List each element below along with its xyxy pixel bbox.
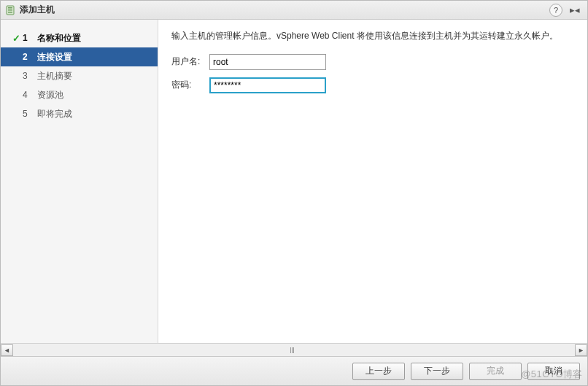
main-panel: 输入主机的管理帐户信息。vSphere Web Client 将使用该信息连接到… — [158, 20, 587, 343]
step-label: 主机摘要 — [33, 70, 72, 82]
dialog-body: ✓ 1 名称和位置 2 连接设置 3 主机摘要 4 资源池 5 — [1, 20, 587, 343]
wizard-step-host-summary: 3 主机摘要 — [1, 66, 158, 85]
scroll-grip-icon — [288, 346, 295, 355]
step-label: 名称和位置 — [33, 32, 81, 45]
host-icon — [5, 5, 15, 15]
back-button[interactable]: 上一步 — [352, 363, 405, 380]
wizard-step-name-location[interactable]: ✓ 1 名称和位置 — [1, 28, 158, 47]
svg-rect-3 — [8, 12, 12, 13]
step-label: 即将完成 — [33, 108, 72, 120]
add-host-dialog: 添加主机 ? ▸◂ ✓ 1 名称和位置 2 连接设置 3 主机摘要 — [0, 0, 588, 386]
instruction-text: 输入主机的管理帐户信息。vSphere Web Client 将使用该信息连接到… — [171, 30, 574, 42]
wizard-step-ready-to-complete: 5 即将完成 — [1, 104, 158, 123]
step-number: 1 — [23, 33, 33, 43]
next-button[interactable]: 下一步 — [411, 363, 463, 380]
step-number: 5 — [23, 109, 33, 119]
step-number: 3 — [23, 71, 33, 81]
checkmark-icon: ✓ — [9, 33, 23, 44]
scroll-track[interactable] — [13, 344, 575, 356]
wizard-step-connection-settings[interactable]: 2 连接设置 — [1, 47, 158, 66]
titlebar: 添加主机 ? ▸◂ — [1, 1, 587, 20]
dialog-footer: 上一步 下一步 完成 取消 @51CTO博客 — [1, 356, 587, 385]
step-number: 4 — [23, 90, 33, 100]
step-label: 连接设置 — [33, 51, 72, 63]
password-label: 密码: — [171, 79, 209, 91]
dialog-title: 添加主机 — [20, 4, 55, 16]
horizontal-scrollbar[interactable]: ◄ ► — [1, 343, 587, 356]
help-button[interactable]: ? — [549, 4, 562, 17]
wizard-step-resource-pool: 4 资源池 — [1, 85, 158, 104]
svg-rect-1 — [8, 7, 12, 9]
scroll-right-arrow[interactable]: ► — [575, 344, 587, 356]
password-input[interactable] — [209, 77, 326, 93]
scroll-left-arrow[interactable]: ◄ — [1, 344, 13, 356]
step-number: 2 — [23, 52, 33, 62]
finish-button: 完成 — [469, 363, 522, 380]
username-label: 用户名: — [171, 55, 209, 68]
collapse-button[interactable]: ▸◂ — [567, 4, 583, 15]
password-row: 密码: — [171, 77, 574, 93]
svg-rect-2 — [8, 9, 12, 11]
username-input[interactable] — [209, 54, 326, 70]
step-label: 资源池 — [33, 89, 63, 101]
cancel-button[interactable]: 取消 — [527, 363, 580, 380]
wizard-steps-sidebar: ✓ 1 名称和位置 2 连接设置 3 主机摘要 4 资源池 5 — [1, 20, 158, 343]
username-row: 用户名: — [171, 54, 574, 70]
